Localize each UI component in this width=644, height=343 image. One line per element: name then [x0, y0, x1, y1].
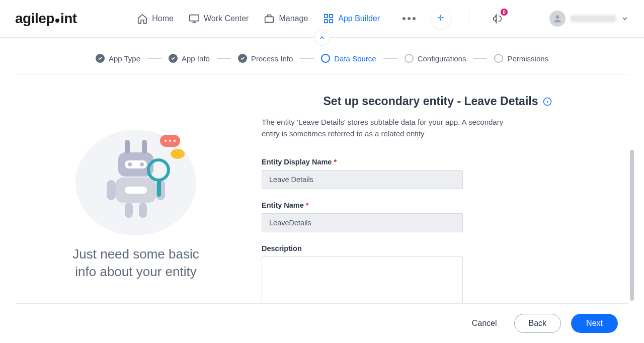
home-icon: [137, 13, 148, 24]
nav-right: 0: [431, 9, 629, 29]
nav-home[interactable]: Home: [137, 13, 174, 24]
notifications-button[interactable]: 0: [488, 9, 508, 29]
back-button[interactable]: Back: [514, 314, 561, 333]
nav-label: Home: [152, 14, 174, 23]
step-label: Data Source: [334, 54, 376, 63]
illustration-column: Just need some basic info about your ent…: [30, 90, 242, 321]
avatar: [549, 11, 566, 27]
svg-point-28: [171, 149, 185, 159]
svg-point-27: [174, 140, 176, 142]
field-label: Entity Name*: [262, 201, 463, 209]
nav-manage[interactable]: Manage: [264, 13, 308, 24]
svg-rect-5: [330, 15, 333, 18]
step-line: [473, 58, 487, 59]
svg-point-25: [165, 140, 167, 142]
step-label: App Type: [109, 54, 140, 63]
svg-rect-7: [330, 20, 333, 23]
field-label: Description: [262, 244, 463, 252]
svg-rect-11: [125, 187, 147, 194]
divider: [469, 10, 469, 28]
pinwheel-icon: [436, 14, 446, 24]
field-description: Description: [262, 244, 463, 309]
step-process-info[interactable]: Process Info: [238, 54, 293, 63]
grid-icon: [323, 13, 334, 24]
field-entity-name: Entity Name*: [262, 201, 463, 232]
step-pending-icon: [494, 54, 503, 63]
more-dot-icon: [408, 17, 411, 20]
step-active-icon: [321, 54, 330, 63]
step-app-info[interactable]: App Info: [169, 54, 210, 63]
step-label: Permissions: [507, 54, 548, 63]
svg-rect-4: [325, 15, 328, 18]
more-dot-icon: [403, 17, 406, 20]
svg-point-14: [128, 162, 132, 166]
form-column: Set up secondary entity - Leave Details …: [262, 90, 614, 321]
nav-label: Manage: [279, 14, 308, 23]
logo[interactable]: agilepint: [15, 11, 77, 27]
step-line: [383, 58, 397, 59]
step-configurations[interactable]: Configurations: [405, 54, 466, 63]
notif-badge: 0: [500, 8, 509, 17]
step-line: [147, 58, 162, 59]
svg-rect-3: [265, 17, 274, 22]
robot-illustration: [70, 110, 201, 235]
illustration-caption: Just need some basic info about your ent…: [70, 245, 201, 281]
info-icon[interactable]: [543, 97, 552, 106]
collapse-nav-button[interactable]: [314, 30, 330, 46]
step-label: App Info: [182, 54, 210, 63]
footer-actions: Cancel Back Next: [16, 303, 628, 343]
svg-rect-16: [125, 140, 130, 154]
svg-point-8: [556, 15, 559, 19]
step-done-icon: [238, 54, 247, 63]
svg-rect-18: [107, 180, 116, 200]
page-heading: Set up secondary entity - Leave Details: [324, 95, 538, 108]
briefcase-icon: [264, 13, 275, 24]
cancel-button[interactable]: Cancel: [465, 315, 504, 332]
chevron-down-icon: [621, 15, 629, 23]
nav-label: App Builder: [338, 14, 380, 23]
entity-display-name-input[interactable]: [262, 170, 463, 189]
field-label: Entity Display Name*: [262, 158, 463, 166]
step-permissions[interactable]: Permissions: [494, 54, 548, 63]
page-subtext: The entity 'Leave Details' stores subtab…: [262, 116, 508, 140]
user-menu[interactable]: [549, 11, 629, 27]
step-line: [300, 58, 314, 59]
step-label: Process Info: [251, 54, 293, 63]
pinwheel-button[interactable]: [431, 9, 451, 29]
entity-name-input[interactable]: [262, 213, 463, 232]
step-pending-icon: [405, 54, 414, 63]
main-content: Just need some basic info about your ent…: [0, 74, 644, 321]
step-label: Configurations: [418, 54, 466, 63]
nav-app-builder[interactable]: App Builder: [323, 13, 380, 24]
next-button[interactable]: Next: [571, 314, 618, 333]
avatar-icon: [552, 14, 562, 24]
svg-rect-1: [58, 19, 59, 20]
user-name: [571, 15, 616, 22]
chevron-up-icon: [318, 34, 326, 41]
more-dot-icon: [413, 17, 416, 20]
nav-work-center[interactable]: Work Center: [189, 13, 249, 24]
svg-rect-20: [125, 203, 133, 218]
step-done-icon: [96, 54, 105, 63]
svg-point-15: [140, 162, 144, 166]
nav-items: Home Work Center Manage App Builder: [137, 13, 416, 24]
svg-point-26: [169, 140, 171, 142]
step-app-type[interactable]: App Type: [96, 54, 140, 63]
step-done-icon: [169, 54, 178, 63]
svg-rect-2: [190, 15, 199, 21]
svg-rect-17: [142, 140, 147, 154]
logo-text: agilepint: [15, 11, 77, 27]
form-scrollbar[interactable]: [630, 150, 634, 301]
nav-more[interactable]: [403, 17, 416, 20]
step-line: [217, 58, 231, 59]
svg-rect-6: [325, 20, 328, 23]
divider: [526, 10, 526, 28]
nav-label: Work Center: [204, 14, 249, 23]
svg-rect-21: [139, 203, 147, 218]
field-entity-display-name: Entity Display Name*: [262, 158, 463, 189]
description-input[interactable]: [262, 256, 463, 307]
monitor-icon: [189, 13, 200, 24]
svg-rect-23: [157, 179, 161, 197]
step-data-source[interactable]: Data Source: [321, 54, 376, 63]
